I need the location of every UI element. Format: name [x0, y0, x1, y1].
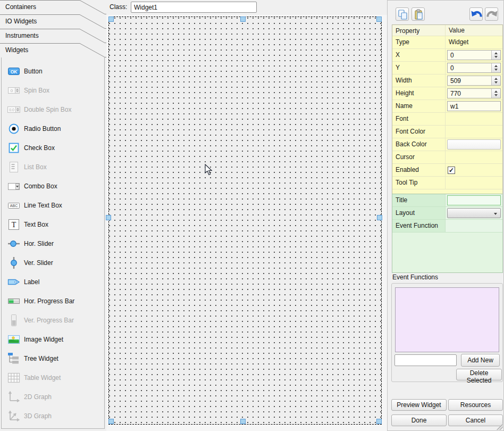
palette-item-label[interactable]: Label — [2, 272, 104, 292]
spinbox-value[interactable]: 770 — [448, 89, 491, 98]
spin-down-icon[interactable] — [494, 69, 498, 71]
palette-item-label: Spin Box — [24, 81, 49, 100]
y-spinbox[interactable]: 0 — [447, 63, 501, 73]
tab-instruments-label: Instruments — [5, 29, 39, 43]
done-button[interactable]: Done — [391, 415, 447, 426]
property-row-font-color: Font Color — [392, 126, 502, 138]
palette-item-label: Hor. Slider — [24, 234, 54, 253]
palette-item-radio-button[interactable]: Radio Button — [2, 119, 104, 138]
spinbox-arrows[interactable] — [491, 89, 500, 98]
x-spinbox[interactable]: 0 — [447, 50, 501, 60]
property-name: Event Function — [392, 220, 446, 232]
hor-slider-icon — [7, 237, 20, 250]
spinbox-arrows[interactable] — [491, 76, 500, 85]
height-spinbox[interactable]: 770 — [447, 88, 501, 98]
properties-panel: Property Value TypeWidgetX0Y0Width509Hei… — [387, 0, 504, 431]
layout-row-layout: Layout — [392, 207, 502, 220]
spinbox-value[interactable]: 0 — [448, 51, 491, 60]
palette-item-list-box: List Box — [2, 158, 104, 177]
resize-handle-bottom-middle[interactable] — [240, 419, 246, 424]
name-value-input[interactable]: w1 — [447, 101, 501, 111]
palette-item-tree-widget[interactable]: Tree Widget — [2, 349, 104, 368]
spinbox-value[interactable]: 0 — [448, 63, 491, 72]
double-spin-box-icon: 0.0 — [7, 103, 20, 116]
paste-button[interactable] — [411, 7, 425, 21]
palette-item-button[interactable]: OKButton — [2, 62, 104, 81]
tab-io-widgets[interactable]: IO Widgets — [0, 14, 106, 29]
svg-text:0: 0 — [11, 88, 13, 93]
palette-item-label: Image Widget — [24, 330, 63, 349]
undo-button[interactable] — [469, 7, 483, 21]
spinbox-value[interactable]: 509 — [448, 76, 491, 85]
svg-text:ABC: ABC — [10, 204, 18, 208]
palette-item-text-box[interactable]: TText Box — [2, 215, 104, 234]
design-canvas[interactable] — [108, 16, 382, 425]
palette-item-image-widget[interactable]: Image Widget — [2, 330, 104, 349]
resize-handle-middle-right[interactable] — [377, 215, 382, 220]
delete-selected-button[interactable]: Delete Selected — [456, 369, 502, 380]
widget-palette-sidebar: Containers IO Widgets Instruments Widget… — [0, 0, 106, 431]
event-functions-list[interactable] — [395, 287, 499, 352]
property-row-width: Width509 — [392, 74, 502, 87]
text-box-icon: T — [7, 218, 20, 231]
palette-item-check-box[interactable]: Check Box — [2, 138, 104, 158]
property-name: Tool Tip — [392, 177, 446, 189]
palette-item-line-text-box[interactable]: ABCLine Text Box — [2, 196, 104, 215]
resources-button[interactable]: Resources — [448, 399, 503, 411]
palette-item-table-widget: Table Widget — [2, 368, 104, 387]
tab-instruments[interactable]: Instruments — [0, 29, 106, 43]
class-name-input[interactable] — [131, 2, 257, 13]
spin-down-icon[interactable] — [494, 81, 498, 84]
cancel-button[interactable]: Cancel — [448, 415, 503, 426]
resize-handle-top-left[interactable] — [108, 16, 114, 22]
widget-designer-window: { "sidebar": { "tabs": [ { "label": "Con… — [0, 0, 504, 431]
spinbox-arrows[interactable] — [491, 51, 500, 60]
resize-handle-bottom-left[interactable] — [108, 419, 114, 424]
palette-item-combo-box[interactable]: Combo Box — [2, 177, 104, 196]
tab-containers[interactable]: Containers — [0, 0, 106, 14]
palette-item-label: Check Box — [24, 138, 55, 158]
enabled-checkbox[interactable]: ✓ — [448, 167, 455, 174]
tab-widgets[interactable]: Widgets — [0, 43, 106, 57]
palette-item-hor-progress-bar[interactable]: Hor. Progress Bar — [2, 292, 104, 311]
copy-button[interactable] — [396, 7, 409, 21]
preview-widget-button[interactable]: Preview Widget — [391, 399, 447, 411]
palette-item-label: 3D Graph — [24, 407, 52, 426]
width-spinbox[interactable]: 509 — [447, 76, 501, 86]
palette-item-spin-box: 0Spin Box — [2, 81, 104, 100]
property-name: Enabled — [392, 164, 446, 176]
spin-down-icon[interactable] — [494, 94, 498, 96]
add-new-button[interactable]: Add New — [461, 354, 500, 367]
palette-item-ver-slider[interactable]: Ver. Slider — [2, 253, 104, 272]
design-surface-area: Class: — [106, 0, 387, 431]
resize-handle-middle-left[interactable] — [106, 215, 111, 220]
spin-up-icon[interactable] — [494, 65, 498, 67]
list-box-icon — [7, 161, 20, 173]
spinbox-arrows[interactable] — [491, 63, 500, 72]
event-function-name-input[interactable] — [394, 354, 457, 366]
palette-item-hor-slider[interactable]: Hor. Slider — [2, 234, 104, 253]
back-color-picker-button[interactable] — [447, 139, 501, 150]
resize-handle-top-right[interactable] — [376, 16, 382, 22]
tab-widgets-label: Widgets — [5, 43, 28, 57]
palette-item-label: Radio Button — [24, 119, 61, 138]
spin-up-icon[interactable] — [494, 78, 498, 80]
window-resize-grip[interactable] — [497, 424, 503, 430]
spin-up-icon[interactable] — [494, 90, 498, 93]
check-box-icon — [7, 142, 20, 154]
property-name: Height — [392, 87, 446, 100]
redo-button[interactable] — [485, 7, 498, 21]
property-name: Type — [392, 36, 446, 48]
resize-handle-bottom-right[interactable] — [376, 419, 382, 424]
title-value-input[interactable] — [447, 195, 501, 205]
spin-box-icon: 0 — [7, 84, 20, 97]
graph-2d-icon — [7, 391, 20, 403]
palette-item-label: Ver. Progress Bar — [24, 311, 74, 330]
ver-slider-icon — [7, 256, 20, 269]
spin-down-icon[interactable] — [494, 56, 498, 58]
layout-dropdown[interactable] — [447, 208, 501, 218]
property-row-y: Y0 — [392, 62, 502, 74]
spin-up-icon[interactable] — [494, 52, 498, 54]
property-row-x: X0 — [392, 49, 502, 62]
resize-handle-top-middle[interactable] — [240, 16, 246, 22]
